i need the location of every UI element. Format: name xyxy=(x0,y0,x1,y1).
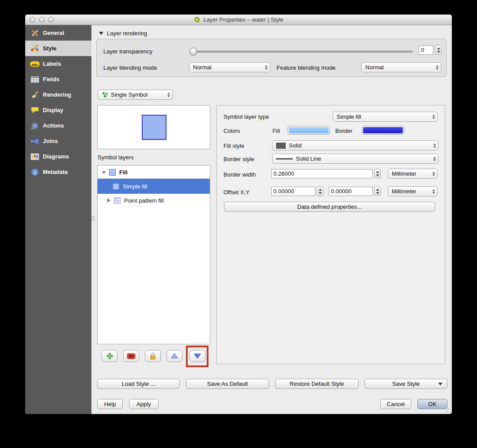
border-width-stepper[interactable] xyxy=(374,169,381,178)
window-title-wrap: Layer Properties – water | Style xyxy=(25,15,452,25)
sidebar-item-joins[interactable]: Joins xyxy=(25,133,91,149)
lock-color-button[interactable] xyxy=(145,350,161,362)
symbol-preview-swatch xyxy=(142,115,167,140)
fill-label: Fill xyxy=(273,128,280,134)
sidebar-item-label: Display xyxy=(43,107,63,113)
border-color-button[interactable] xyxy=(362,126,404,135)
move-up-button[interactable] xyxy=(167,350,182,362)
sidebar-item-actions[interactable]: Actions xyxy=(25,118,91,133)
tree-item-label: Fill xyxy=(119,169,128,176)
add-symbol-layer-button[interactable] xyxy=(102,350,117,362)
table-icon xyxy=(30,75,40,84)
offset-y-input[interactable] xyxy=(329,187,373,196)
symbol-layer-type-select[interactable]: Simple fill xyxy=(333,112,438,122)
sidebar-item-rendering[interactable]: Rendering xyxy=(25,87,91,102)
border-color-swatch xyxy=(363,127,403,133)
tree-item-label: Point pattern fill xyxy=(124,197,164,204)
collapsed-arrow-icon[interactable] xyxy=(107,198,110,203)
select-arrows-icon xyxy=(265,65,268,70)
ok-button[interactable]: OK xyxy=(417,399,447,409)
speech-bubble-icon xyxy=(30,105,40,115)
border-style-label: Border style xyxy=(223,156,254,162)
sidebar-item-label: Diagrams xyxy=(43,153,69,160)
save-style-button[interactable]: Save Style xyxy=(364,379,447,389)
border-style-value: Solid Line xyxy=(296,155,431,162)
border-width-label: Border width xyxy=(223,171,256,178)
fill-swatch-icon xyxy=(109,169,116,176)
symbol-layers-tree: Fill Simple fill Point pattern fill xyxy=(97,165,210,344)
offset-x-input[interactable] xyxy=(271,187,315,196)
restore-default-style-button[interactable]: Restore Default Style xyxy=(275,379,359,389)
sidebar-item-labels[interactable]: abc Labels xyxy=(25,56,91,72)
fill-style-value: Solid xyxy=(289,142,431,149)
symbol-layer-type-label: Symbol layer type xyxy=(223,113,269,120)
slider-track[interactable] xyxy=(189,51,413,53)
save-as-default-button[interactable]: Save As Default xyxy=(186,379,269,389)
resize-grip[interactable] xyxy=(445,407,451,413)
tree-item-point-pattern-fill[interactable]: Point pattern fill xyxy=(98,194,210,207)
dropdown-caret-icon xyxy=(438,383,443,385)
sidebar-item-display[interactable]: Display xyxy=(25,102,91,118)
layer-rendering-title: Layer rendering xyxy=(107,30,147,37)
svg-text:abc: abc xyxy=(32,62,38,66)
fill-color-swatch xyxy=(289,127,329,133)
help-button[interactable]: Help xyxy=(97,399,123,409)
expanded-arrow-icon[interactable] xyxy=(102,171,106,174)
fill-color-button[interactable] xyxy=(288,126,330,135)
title-bar[interactable]: Layer Properties – water | Style xyxy=(25,15,452,25)
tree-item-fill[interactable]: Fill xyxy=(98,166,210,179)
symbol-layer-type-value: Simple fill xyxy=(337,113,430,120)
border-width-unit-select[interactable]: Millimeter xyxy=(388,169,438,179)
sidebar-item-label: Metadata xyxy=(43,169,68,175)
select-arrows-icon xyxy=(167,93,170,97)
sidebar-item-diagrams[interactable]: Diagrams xyxy=(25,149,91,164)
sidebar-item-metadata[interactable]: i Metadata xyxy=(25,164,91,180)
sidebar-item-label: Fields xyxy=(43,76,60,83)
splitter-handle[interactable] xyxy=(92,216,95,222)
transparency-stepper[interactable] xyxy=(435,45,442,55)
sidebar-item-label: Labels xyxy=(43,60,61,67)
border-width-input[interactable] xyxy=(271,169,373,178)
sidebar-item-label: Rendering xyxy=(43,91,71,98)
layer-blending-select[interactable]: Normal xyxy=(189,62,270,72)
layer-properties-window: Layer Properties – water | Style General… xyxy=(25,15,452,414)
window-title: Layer Properties – water | Style xyxy=(203,16,283,23)
layer-transparency-slider[interactable] xyxy=(189,47,413,56)
lock-icon xyxy=(148,351,158,361)
sidebar-item-label: Actions xyxy=(43,122,64,129)
offset-unit-select[interactable]: Millimeter xyxy=(388,186,438,196)
sidebar-item-general[interactable]: General xyxy=(25,25,91,41)
fill-style-select[interactable]: Solid xyxy=(272,140,439,151)
offset-x-stepper[interactable] xyxy=(317,186,323,196)
sidebar-item-label: Style xyxy=(43,45,57,52)
join-arrow-icon xyxy=(30,136,40,146)
apply-button[interactable]: Apply xyxy=(129,399,159,409)
load-style-button[interactable]: Load Style ... xyxy=(97,379,180,389)
layer-rendering-header[interactable]: Layer rendering xyxy=(99,30,147,37)
select-arrows-icon xyxy=(436,65,439,70)
offset-unit-value: Millimeter xyxy=(392,188,430,195)
desktop: { "window": { "title": "Layer Properties… xyxy=(0,0,477,448)
tree-item-simple-fill[interactable]: Simple fill xyxy=(98,179,210,194)
tools-icon xyxy=(30,28,40,38)
slider-thumb[interactable] xyxy=(189,48,197,55)
border-style-select[interactable]: Solid Line xyxy=(272,154,439,164)
remove-symbol-layer-button[interactable] xyxy=(123,350,139,362)
sidebar-item-style[interactable]: Style xyxy=(25,41,91,56)
layer-rendering-group: Layer transparency Layer blending mode N… xyxy=(96,39,447,77)
stepper-up-icon xyxy=(376,188,379,191)
stepper-up-icon xyxy=(376,171,379,173)
solid-line-swatch-icon xyxy=(276,158,293,159)
data-defined-properties-button[interactable]: Data defined properties... xyxy=(224,202,435,212)
transparency-input[interactable] xyxy=(419,45,433,55)
border-label: Border xyxy=(335,128,352,134)
feature-blending-select[interactable]: Normal xyxy=(361,62,441,72)
renderer-value: Single Symbol xyxy=(111,91,165,98)
cancel-button[interactable]: Cancel xyxy=(380,399,411,409)
renderer-select[interactable]: Single Symbol xyxy=(98,90,173,100)
simple-fill-swatch-icon xyxy=(113,183,119,190)
offset-y-stepper[interactable] xyxy=(374,186,381,196)
layer-blending-label: Layer blending mode xyxy=(103,64,157,71)
sidebar-item-label: General xyxy=(43,30,64,36)
sidebar-item-fields[interactable]: Fields xyxy=(25,72,91,87)
